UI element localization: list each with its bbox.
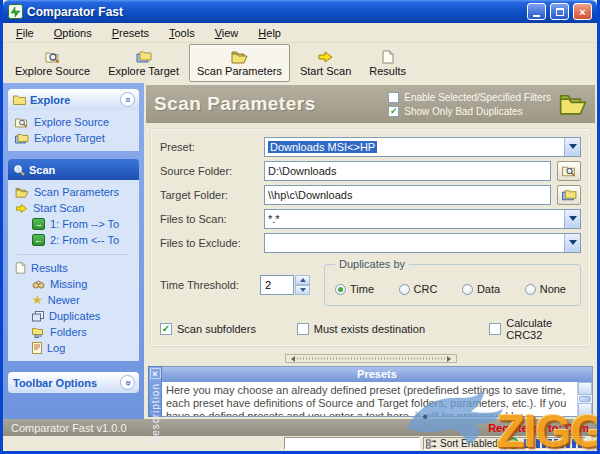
sidebar-item-missing[interactable]: Missing xyxy=(15,278,137,290)
maximize-button[interactable] xyxy=(550,3,569,20)
page-header: Scan Parameters Enable Selected/Specifie… xyxy=(146,85,595,123)
chevron-down-icon[interactable] xyxy=(564,138,580,156)
scroll-right-icon[interactable] xyxy=(447,356,454,362)
magnifier-icon xyxy=(13,164,25,176)
target-folder-label: Target Folder: xyxy=(160,189,260,201)
menu-tools[interactable]: Tools xyxy=(159,24,205,42)
sidebar-item-log[interactable]: Log xyxy=(15,342,137,354)
close-panel-icon[interactable]: × xyxy=(150,368,161,379)
folder-icon xyxy=(13,94,26,105)
time-threshold-spinner xyxy=(260,275,310,295)
sidebar-item-newer[interactable]: ★ Newer xyxy=(15,294,137,306)
radio-crc[interactable]: CRC xyxy=(399,283,438,295)
preset-label: Preset: xyxy=(160,141,260,153)
open-folder-icon xyxy=(15,187,29,198)
sidebar-item-start-scan[interactable]: Start Scan xyxy=(15,202,137,214)
toolbar-explore-source-button[interactable]: Explore Source xyxy=(7,44,98,82)
scroll-left-icon[interactable] xyxy=(288,356,295,362)
scroll-down-icon[interactable] xyxy=(578,403,592,416)
preset-combobox[interactable]: Downloads MSI<>HP xyxy=(264,137,581,157)
sidebar-item-explore-target[interactable]: Explore Target xyxy=(15,132,137,144)
arrow-right-icon: → xyxy=(32,218,45,230)
calculate-crc32-checkbox[interactable]: Calculate CRC32 xyxy=(489,317,581,341)
expand-chevron-icon[interactable]: » xyxy=(120,375,135,390)
spinner-down-button[interactable] xyxy=(295,285,310,295)
menu-view[interactable]: View xyxy=(205,24,249,42)
must-exists-destination-checkbox[interactable]: Must exists destination xyxy=(297,323,490,335)
toolbar-explore-target-button[interactable]: Explore Target xyxy=(100,44,187,82)
sidebar-scan-panel: Scan Scan Parameters Start Scan xyxy=(8,159,139,361)
panel-splitter-scrollbar[interactable] xyxy=(285,354,457,363)
version-bar: Comparator Fast v1.0.0 Registered to: Ds… xyxy=(3,419,597,436)
description-tab-label: Description xyxy=(150,383,161,444)
sidebar-item-folders[interactable]: Folders xyxy=(15,326,137,338)
app-icon xyxy=(8,4,23,19)
scrollbar-thumb[interactable] xyxy=(579,396,591,402)
sidebar-item-explore-source[interactable]: Explore Source xyxy=(15,116,137,128)
show-bad-duplicates-checkbox[interactable]: ✓ Show Only Bad Duplicates xyxy=(388,106,551,117)
scan-parameters-form: Preset: Downloads MSI<>HP Source Folder: xyxy=(150,128,591,347)
toolbar-start-scan-button[interactable]: Start Scan xyxy=(292,44,359,82)
sidebar-explore-panel: Explore » Explore Source Explore xyxy=(8,89,139,151)
browse-source-button[interactable] xyxy=(557,161,581,181)
toolbar-scan-parameters-button[interactable]: Scan Parameters xyxy=(189,44,290,82)
sidebar-item-scan-direction-1[interactable]: → 1: From --> To xyxy=(15,218,137,230)
time-threshold-input[interactable] xyxy=(260,275,294,295)
preset-value: Downloads MSI<>HP xyxy=(268,141,377,153)
minimize-button[interactable] xyxy=(527,3,546,20)
chevron-down-icon[interactable] xyxy=(564,210,580,228)
sidebar-item-duplicates[interactable]: Duplicates xyxy=(15,310,137,322)
radio-data[interactable]: Data xyxy=(462,283,500,295)
time-threshold-label: Time Threshold: xyxy=(160,279,260,291)
radio-none[interactable]: None xyxy=(525,283,566,295)
resize-grip[interactable] xyxy=(589,438,600,450)
source-folder-input[interactable] xyxy=(268,163,550,179)
presets-panel: × Description Presets Here you may choos… xyxy=(148,366,593,417)
sidebar-item-scan-direction-2[interactable]: ← 2: From <-- To xyxy=(15,234,137,246)
sidebar-item-scan-parameters[interactable]: Scan Parameters xyxy=(15,186,137,198)
chevron-down-icon[interactable] xyxy=(564,234,580,252)
target-folder-input[interactable] xyxy=(268,187,550,203)
yellow-arrow-icon xyxy=(318,50,333,64)
files-to-scan-combobox[interactable]: *.* xyxy=(264,209,581,229)
splitter-track[interactable] xyxy=(297,357,445,360)
app-window: Comparator Fast × File Options Presets T… xyxy=(0,0,600,454)
window-title: Comparator Fast xyxy=(27,5,523,19)
scan-subfolders-checkbox[interactable]: ✓ Scan subfolders xyxy=(160,323,297,335)
radio-icon xyxy=(525,284,536,295)
spinner-up-button[interactable] xyxy=(295,275,310,285)
close-button[interactable]: × xyxy=(573,3,592,20)
big-folder-icon xyxy=(559,92,587,116)
sidebar-header-scan[interactable]: Scan xyxy=(8,159,139,180)
folder-pair-icon xyxy=(136,50,152,64)
sidebar-item-results[interactable]: Results xyxy=(15,262,137,274)
radio-selected-icon xyxy=(335,284,346,295)
presets-description-text: Here you may choose an already defined p… xyxy=(162,382,577,416)
files-to-exclude-label: Files to Exclude: xyxy=(160,237,260,249)
vertical-scrollbar[interactable] xyxy=(577,382,592,416)
files-to-scan-value: *.* xyxy=(268,213,280,225)
sidebar-header-explore[interactable]: Explore » xyxy=(8,89,139,110)
collapse-chevron-icon[interactable]: » xyxy=(120,92,135,107)
radio-time[interactable]: Time xyxy=(335,283,374,295)
menu-presets[interactable]: Presets xyxy=(102,24,159,42)
radio-icon xyxy=(462,284,473,295)
filter-enable-checkbox[interactable]: Enable Selected/Specified Filters xyxy=(388,92,551,103)
open-folder-icon xyxy=(231,50,248,64)
menu-file[interactable]: File xyxy=(6,24,44,42)
scroll-up-icon[interactable] xyxy=(578,382,592,395)
browse-target-button[interactable] xyxy=(557,185,581,205)
status-empty-box xyxy=(284,437,420,450)
toolbar-results-button[interactable]: Results xyxy=(361,44,414,82)
main-toolbar: Explore Source Explore Target Scan Param… xyxy=(3,43,597,83)
description-tab[interactable]: × Description xyxy=(148,366,162,417)
menu-options[interactable]: Options xyxy=(44,24,102,42)
sort-status-label: Sort Enabled xyxy=(440,438,498,449)
registered-to-text: Registered to: Dsm xyxy=(488,422,589,434)
sidebar-header-toolbar-options[interactable]: Toolbar Options » xyxy=(8,372,139,393)
files-to-exclude-combobox[interactable] xyxy=(264,233,581,253)
task-pane-sidebar: Explore » Explore Source Explore xyxy=(3,83,144,419)
sidebar-divider xyxy=(17,254,129,255)
menu-help[interactable]: Help xyxy=(248,24,291,42)
progress-cell xyxy=(504,437,586,450)
